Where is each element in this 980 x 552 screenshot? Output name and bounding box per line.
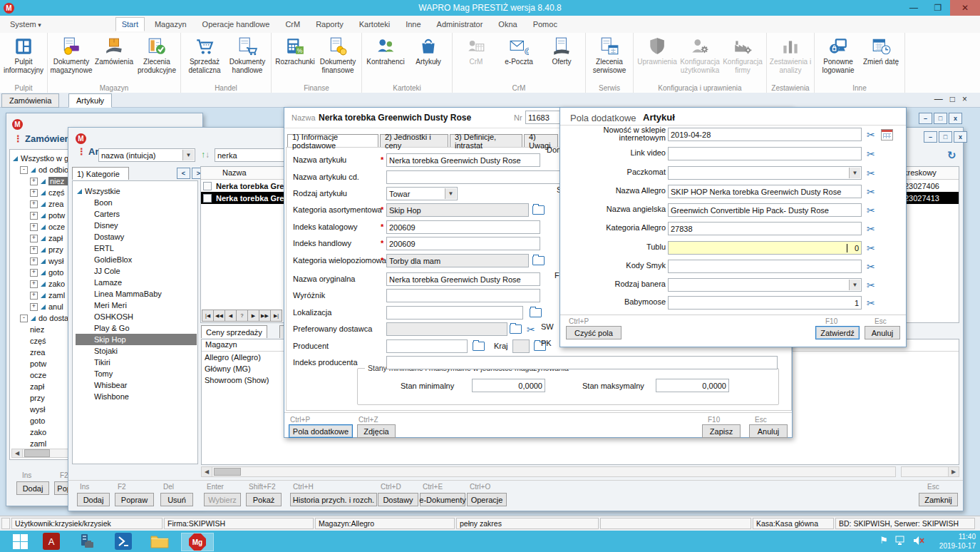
taskbar-clock[interactable]: 11:40 2019-10-17 [929, 532, 976, 551]
scissors-icon[interactable]: ✂ [867, 298, 875, 308]
chevron-down-icon[interactable]: ▼ [849, 168, 860, 178]
ribbon-button-dokumenty-handlowe[interactable]: Dokumenty handlowe [226, 34, 269, 83]
button-historia-przych-i-rozch[interactable]: Historia przych. i rozch. [290, 493, 377, 506]
category-item-linea-mammababy[interactable]: Linea MammaBaby [76, 288, 197, 300]
menu-item-crm[interactable]: CrM [279, 18, 306, 31]
column-header-magazyn[interactable]: Magazyn [205, 340, 237, 349]
nav-4-button[interactable]: ▶ [247, 310, 259, 322]
mdi-close-icon[interactable]: × [962, 94, 967, 104]
nav-6-button[interactable]: ▶| [270, 310, 282, 322]
taskbar-wapro-mag-icon[interactable]: Mg [181, 533, 214, 551]
button-dodaj[interactable]: Dodaj [16, 481, 49, 495]
child-minimize-icon[interactable]: – [924, 131, 937, 143]
category-item-disney[interactable]: Disney [76, 220, 197, 231]
stan-maksymalny-input[interactable]: 0,0000 [656, 379, 729, 392]
tab-ceny-sprzedaży[interactable]: Ceny sprzedaży [201, 325, 267, 338]
volume-muted-icon[interactable] [913, 536, 924, 546]
category-item-oshkosh[interactable]: OSHKOSH [76, 311, 197, 322]
restore-button[interactable]: ❐ [926, 0, 950, 16]
menu-item-administrator[interactable]: Administrator [431, 18, 489, 31]
menu-item-system[interactable]: System ▾ [4, 18, 47, 31]
button-pokaż[interactable]: Pokaż [246, 493, 282, 506]
search-mode-combo[interactable]: nazwa (intuicja) ▼ [98, 148, 195, 162]
edit-tab-3-definicje-intrastat[interactable]: 3) Definicje, intrastat [450, 134, 522, 147]
minimize-button[interactable]: — [902, 0, 926, 16]
field-input-nazwa-angielska[interactable]: Greenwich Convertible Hip Pack- Dusty Ro… [668, 203, 862, 217]
field-input-nazwa-artykułu[interactable]: Nerka torebka Greenwich Dusty Rose [386, 153, 540, 167]
button-pola-dodatkowe[interactable]: Pola dodatkowe [289, 424, 353, 438]
scroll-thumb[interactable] [214, 468, 241, 476]
nav-0-button[interactable]: |◀ [202, 310, 214, 322]
field-input-paczkomat[interactable]: ▼ [668, 166, 862, 180]
field-input-nazwa-allegro[interactable]: SKIP HOP Nerka torebka Greenwich Dusty R… [668, 185, 862, 198]
scissors-icon[interactable]: ✂ [867, 149, 875, 159]
edit-tab-1-informacje-podstawowe[interactable]: 1) Informacje podstawowe [287, 134, 378, 147]
scroll-left-icon[interactable]: ◀ [12, 449, 23, 457]
category-item-goldieblox[interactable]: GoldieBlox [76, 254, 197, 265]
expand-icon[interactable]: + [30, 246, 38, 254]
field-input-indeks-katalogowy[interactable]: 200609 [386, 220, 540, 234]
field-input-link-video[interactable] [668, 147, 862, 160]
barcode-hscrollbar[interactable]: ▶ [901, 466, 959, 477]
category-item-wishbone[interactable]: Wishbone [76, 391, 197, 402]
scissors-icon[interactable]: ✂ [867, 205, 875, 215]
button-popraw[interactable]: Popraw [115, 493, 154, 506]
column-header-nazwa[interactable]: Nazwa [222, 168, 247, 177]
mdi-minimize-icon[interactable]: — [934, 94, 943, 104]
folder-browse-icon[interactable] [530, 308, 542, 317]
child-close-icon[interactable]: x [949, 113, 962, 124]
chevron-down-icon[interactable]: ▼ [182, 150, 194, 160]
field-input-producent[interactable] [386, 339, 468, 353]
category-item-carters[interactable]: Carters [76, 208, 197, 220]
tab-kategorie[interactable]: 1) Kategorie [72, 167, 129, 180]
expand-icon[interactable]: + [30, 178, 38, 185]
expand-icon[interactable]: + [30, 223, 38, 231]
articles-hscrollbar[interactable]: ◀ [201, 466, 896, 477]
ribbon-button-oferty[interactable]: Oferty [540, 34, 583, 83]
mdi-tab-artykuły[interactable]: Artykuły [68, 93, 112, 108]
expand-icon[interactable]: + [30, 269, 38, 277]
field-input-rodzaj-banera[interactable]: ▼ [668, 278, 862, 292]
ribbon-button-zamówienia[interactable]: Zamówienia [93, 34, 135, 83]
expand-icon[interactable]: + [30, 257, 38, 265]
row-checkbox[interactable] [203, 194, 212, 203]
mdi-tab-zamówienia[interactable]: Zamówienia [1, 93, 59, 108]
folder-browse-icon[interactable] [532, 256, 545, 265]
expand-icon[interactable]: + [30, 303, 38, 311]
field-input-babymoose[interactable]: 1 [668, 296, 862, 310]
category-item-skip-hop[interactable]: Skip Hop [76, 334, 197, 345]
ribbon-button-kontrahenci[interactable]: Kontrahenci [364, 34, 407, 83]
nav-5-button[interactable]: ▶▶ [259, 310, 271, 322]
nav-1-button[interactable]: ◀◀ [213, 310, 225, 322]
button-usuń[interactable]: Usuń [160, 493, 193, 506]
button-czyść-pola[interactable]: Czyść pola [566, 326, 621, 339]
scissors-icon[interactable]: ✂ [867, 262, 875, 272]
category-item-jj-cole[interactable]: JJ Cole [76, 265, 197, 277]
scissors-icon[interactable]: ✂ [867, 243, 875, 253]
field-input-wyróżnik[interactable] [386, 289, 540, 302]
category-item-play-go[interactable]: Play & Go [76, 322, 197, 334]
refresh-icon[interactable]: ↻ [947, 149, 956, 162]
button-zatwierdź[interactable]: Zatwierdź [815, 326, 860, 339]
ribbon-button-pulpit-informacyjny[interactable]: Pulpit informacyjny [2, 34, 45, 83]
ribbon-button-dokumenty-finansowe[interactable]: Dokumenty finansowe [316, 34, 359, 83]
category-item-whisbear[interactable]: Whisbear [76, 379, 197, 391]
scroll-thumb[interactable] [24, 449, 50, 457]
collapse-icon[interactable]: - [20, 166, 28, 174]
category-item-tomy[interactable]: Tomy [76, 368, 197, 379]
edit-tab-2-jednostki-i-ceny[interactable]: 2) Jednostki i ceny [380, 134, 448, 147]
network-icon[interactable] [895, 536, 906, 546]
scissors-icon[interactable]: ✂ [867, 224, 875, 234]
close-button[interactable]: ✕ [950, 0, 980, 16]
scroll-right-icon[interactable]: ▶ [948, 467, 959, 476]
category-root[interactable]: Wszystkie [76, 185, 197, 197]
child-restore-icon[interactable]: □ [934, 113, 947, 124]
field-input-kategoria-allegro[interactable]: 27838 [668, 222, 862, 235]
scroll-left-icon[interactable]: ◀ [202, 467, 212, 476]
menu-item-operacje-handlowe[interactable]: Operacje handlowe [197, 18, 276, 31]
field-input-kategoria-wielopoziomowa[interactable]: Torby dla mam [386, 254, 529, 267]
field-input-rodzaj-artykułu[interactable]: Towar▼ [386, 187, 458, 200]
field-input-indeks-producenta[interactable] [386, 356, 778, 369]
field-input-indeks-handlowy[interactable]: 200609 [386, 237, 540, 250]
field-input-nazwa-oryginalna[interactable]: Nerka torebka Greenwich Dusty Rose [386, 272, 540, 286]
